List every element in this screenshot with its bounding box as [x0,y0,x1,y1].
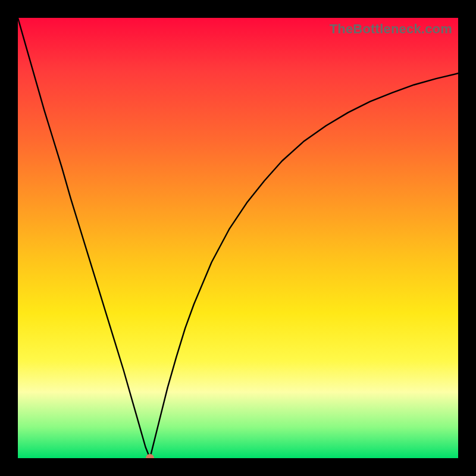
watermark-text: TheBottleneck.com [330,21,452,37]
bottleneck-curve [18,18,458,458]
minimum-marker [146,454,154,458]
chart-frame: TheBottleneck.com [0,0,476,476]
chart-svg [18,18,458,458]
plot-area: TheBottleneck.com [18,18,458,458]
